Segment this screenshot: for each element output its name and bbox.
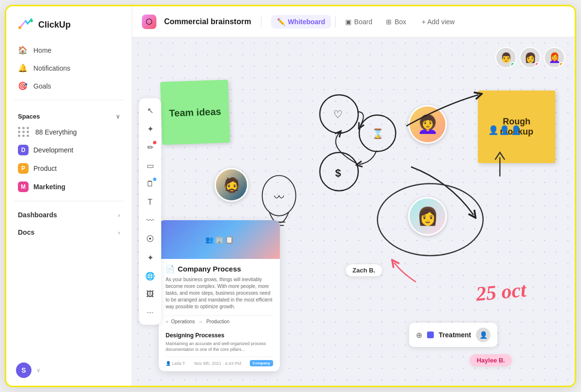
globe-tool[interactable]: 🌐 — [142, 268, 158, 284]
rectangle-tool[interactable]: ▭ — [142, 157, 158, 174]
everything-grid-icon — [18, 127, 30, 137]
person-photo-3: 🧔 — [214, 168, 248, 202]
sticky-yellow-text: Rough mockup — [486, 117, 548, 137]
app-name: ClickUp — [38, 20, 71, 30]
collaborator-avatar-3: 👩‍🦰 — [544, 47, 565, 68]
image-tool[interactable]: 🖼 — [142, 286, 158, 302]
add-view-label: + Add view — [422, 18, 455, 26]
sidebar-marketing-label: Marketing — [33, 183, 65, 191]
clickup-logo-icon — [18, 17, 33, 32]
workflow-to: Production — [206, 319, 229, 324]
whiteboard-tab-label: Whiteboard — [288, 18, 325, 26]
cursor-tool[interactable]: ↖ — [142, 102, 158, 119]
process-tag: Company — [250, 360, 273, 366]
sidebar-nav: 🏠 Home 🔔 Notifications 🎯 Goals — [6, 41, 132, 95]
note-tool[interactable]: 🗒 — [142, 176, 158, 192]
sidebar-item-dashboards[interactable]: Dashboards › — [6, 206, 132, 224]
tab-board[interactable]: ▣ Board — [339, 15, 378, 29]
process-author: 👤 Leila T. — [166, 361, 186, 366]
spaces-header: Spaces ∨ — [6, 105, 132, 123]
workflow-from: Operations — [171, 319, 195, 324]
sticky-green-text: Team ideas — [169, 106, 221, 119]
project-icon: ⬡ — [142, 15, 156, 29]
sidebar-item-docs[interactable]: Docs › — [6, 224, 132, 241]
svg-point-8 — [262, 176, 296, 216]
header-tabs: ✏️ Whiteboard ▣ Board ⊞ Box + Add view — [271, 15, 461, 29]
user-avatar[interactable]: S — [16, 362, 31, 378]
collaborator-avatar-2: 👩 — [520, 47, 541, 68]
collaborator-avatars: 👨 👩 👩‍🦰 — [495, 47, 565, 68]
box-tab-label: Box — [395, 18, 406, 26]
svg-text:$: $ — [335, 167, 341, 179]
sidebar-item-goals[interactable]: 🎯 Goals — [12, 77, 126, 95]
tab-divider-1 — [335, 16, 336, 28]
process-card-image: 👥 🏢 📋 — [159, 220, 280, 259]
sticky-note-green[interactable]: Team ideas — [160, 80, 230, 145]
oct-date-text: 25 oct — [475, 278, 527, 306]
line-tool[interactable]: 〰 — [142, 212, 158, 229]
person-photo-2: 👩 — [408, 197, 447, 236]
whiteboard-canvas[interactable]: ↖ ✦ ✏ ▭ 🗒 T 〰 ⦿ ✦ 🌐 🖼 ··· — [132, 37, 575, 386]
tab-whiteboard[interactable]: ✏️ Whiteboard — [271, 15, 331, 29]
board-tab-label: Board — [354, 18, 372, 26]
marketing-badge: M — [18, 181, 29, 192]
add-view-button[interactable]: + Add view — [416, 15, 460, 29]
development-badge: D — [18, 145, 29, 155]
divider-1 — [14, 100, 124, 100]
dashboards-chevron: › — [118, 211, 120, 219]
bell-icon: 🔔 — [18, 63, 28, 73]
toolbar-left: ↖ ✦ ✏ ▭ 🗒 T 〰 ⦿ ✦ 🌐 🖼 ··· — [139, 98, 161, 325]
project-title: Commercial brainstorm — [164, 17, 251, 26]
board-tab-icon: ▣ — [345, 18, 352, 26]
process-card-title: 📄 Company Process — [166, 265, 273, 273]
sidebar: ClickUp 🏠 Home 🔔 Notifications 🎯 Goals S… — [6, 6, 132, 386]
ai-tool[interactable]: ✦ — [142, 249, 158, 266]
magic-tool[interactable]: ✦ — [142, 121, 158, 137]
sidebar-item-development[interactable]: D Development — [12, 141, 126, 159]
sidebar-item-marketing[interactable]: M Marketing — [12, 178, 126, 196]
workflow-arrow: → — [198, 318, 203, 325]
sidebar-development-label: Development — [33, 146, 74, 154]
svg-text:♡: ♡ — [333, 108, 343, 121]
pen-tool[interactable]: ✏ — [142, 139, 158, 155]
sidebar-everything-label: 88 Everything — [35, 128, 77, 136]
process-card[interactable]: 👥 🏢 📋 📄 Company Process As your business… — [159, 220, 280, 371]
process-date: Nov 8th, 2021 · 4:43 PM — [194, 361, 241, 366]
divider-2 — [14, 201, 124, 201]
box-tab-icon: ⊞ — [386, 18, 392, 26]
text-tool[interactable]: T — [142, 194, 158, 211]
process-card-body: 📄 Company Process As your business grows… — [159, 259, 280, 371]
sidebar-product-label: Product — [33, 165, 57, 172]
sidebar-item-home[interactable]: 🏠 Home — [12, 41, 126, 59]
whiteboard-tab-icon: ✏️ — [277, 18, 285, 26]
sidebar-item-product[interactable]: P Product — [12, 159, 126, 178]
svg-point-0 — [18, 26, 21, 29]
process-card-workflow: ≡ Operations → Production — [166, 315, 273, 328]
goals-icon: 🎯 — [18, 81, 28, 90]
product-badge: P — [18, 163, 29, 174]
spaces-chevron[interactable]: ∨ — [116, 113, 120, 120]
treatment-avatar: 👤 — [476, 328, 490, 342]
svg-point-2 — [320, 95, 358, 133]
process-card-footer: 👤 Leila T. Nov 8th, 2021 · 4:43 PM Compa… — [166, 357, 273, 366]
sidebar-user-area: S ∨ — [6, 355, 132, 386]
tab-box[interactable]: ⊞ Box — [380, 15, 412, 29]
zach-label: Zach B. — [345, 264, 382, 277]
sidebar-item-everything[interactable]: 88 Everything — [12, 123, 126, 141]
haylee-label: Haylee B. — [470, 354, 512, 366]
main-content: ⬡ Commercial brainstorm ✏️ Whiteboard ▣ … — [132, 6, 575, 386]
treatment-label: Treatment — [439, 331, 471, 339]
treatment-color-swatch — [427, 332, 434, 338]
treatment-card[interactable]: ⊕ Treatment 👤 — [409, 323, 497, 347]
dashboards-label: Dashboards — [18, 211, 57, 219]
collaborator-avatar-1: 👨 — [495, 47, 517, 68]
header-divider — [261, 16, 261, 28]
logo-area: ClickUp — [6, 6, 132, 41]
person-photo-1: 👩‍🦱 — [408, 105, 447, 144]
sidebar-item-notifications[interactable]: 🔔 Notifications — [12, 59, 126, 77]
user-menu-chevron[interactable]: ∨ — [36, 367, 41, 374]
connector-tool[interactable]: ⦿ — [142, 231, 158, 247]
sticky-note-yellow[interactable]: Rough mockup — [478, 90, 555, 163]
header: ⬡ Commercial brainstorm ✏️ Whiteboard ▣ … — [132, 6, 575, 37]
more-tool[interactable]: ··· — [142, 304, 158, 321]
